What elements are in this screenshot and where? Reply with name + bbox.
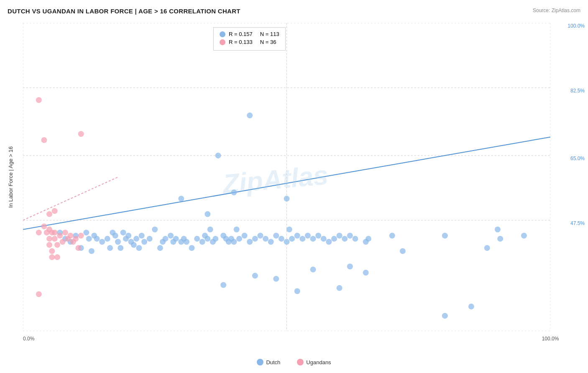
- svg-point-111: [36, 230, 42, 235]
- svg-point-47: [184, 239, 189, 245]
- svg-point-90: [442, 233, 448, 239]
- svg-point-77: [310, 236, 316, 242]
- svg-point-72: [286, 227, 292, 232]
- bottom-legend: Dutch Ugandans: [0, 359, 588, 365]
- svg-point-99: [310, 267, 316, 273]
- svg-point-39: [157, 245, 163, 251]
- svg-point-131: [75, 245, 81, 251]
- svg-point-79: [321, 236, 327, 242]
- svg-point-52: [205, 236, 210, 242]
- svg-point-22: [105, 236, 110, 242]
- svg-point-82: [337, 233, 343, 239]
- svg-point-70: [279, 236, 284, 242]
- svg-point-137: [52, 208, 58, 214]
- svg-point-116: [46, 236, 52, 242]
- svg-point-138: [36, 291, 42, 297]
- svg-point-121: [52, 236, 58, 242]
- dutch-dot: [257, 359, 263, 365]
- svg-point-104: [205, 211, 210, 217]
- svg-point-26: [115, 239, 121, 245]
- svg-point-67: [263, 236, 268, 242]
- dutch-label: Dutch: [266, 359, 280, 365]
- svg-point-49: [194, 236, 200, 242]
- svg-point-93: [497, 236, 503, 242]
- svg-point-97: [273, 276, 279, 282]
- svg-point-126: [62, 230, 68, 235]
- svg-point-37: [147, 236, 153, 242]
- svg-point-68: [268, 239, 274, 245]
- svg-point-38: [152, 227, 158, 232]
- svg-point-48: [189, 245, 195, 251]
- svg-point-42: [168, 233, 174, 239]
- svg-point-28: [120, 230, 126, 235]
- svg-point-134: [41, 137, 47, 143]
- svg-point-124: [57, 233, 63, 239]
- svg-point-20: [94, 236, 100, 242]
- svg-point-130: [73, 236, 79, 242]
- svg-point-94: [521, 233, 527, 239]
- svg-point-44: [173, 236, 179, 242]
- legend-ugandans: Ugandans: [297, 359, 331, 365]
- svg-point-112: [41, 223, 47, 229]
- svg-point-106: [284, 196, 290, 202]
- y-tick-47: 47.5%: [570, 220, 585, 226]
- svg-point-73: [289, 236, 295, 242]
- svg-point-21: [99, 239, 105, 245]
- svg-point-36: [141, 239, 147, 245]
- svg-point-74: [294, 233, 300, 239]
- svg-point-32: [131, 242, 137, 248]
- svg-point-105: [231, 189, 237, 195]
- svg-point-100: [337, 285, 343, 291]
- y-tick-100: 100.0%: [568, 23, 585, 29]
- y-tick-82: 82.5%: [570, 88, 585, 94]
- svg-point-118: [49, 248, 55, 254]
- svg-point-95: [220, 282, 226, 288]
- chart-container: DUTCH VS UGANDAN IN LABOR FORCE | AGE > …: [0, 0, 588, 373]
- svg-point-62: [236, 236, 242, 242]
- svg-point-65: [252, 236, 258, 242]
- legend-dutch: Dutch: [257, 359, 280, 365]
- chart-title: DUTCH VS UGANDAN IN LABOR FORCE | AGE > …: [8, 8, 240, 15]
- x-tick-0: 0.0%: [23, 336, 34, 342]
- svg-point-101: [347, 263, 353, 269]
- svg-point-17: [86, 236, 92, 242]
- svg-point-69: [273, 233, 279, 239]
- svg-point-89: [400, 248, 406, 254]
- svg-point-27: [118, 245, 123, 251]
- svg-point-66: [257, 233, 263, 239]
- svg-point-81: [331, 236, 337, 242]
- x-tick-100: 100.0%: [542, 336, 559, 342]
- svg-point-110: [442, 313, 448, 319]
- svg-point-91: [484, 245, 490, 251]
- svg-point-123: [54, 254, 60, 260]
- svg-point-18: [89, 248, 95, 254]
- svg-point-41: [162, 236, 168, 242]
- svg-point-71: [284, 239, 290, 245]
- svg-point-119: [49, 254, 55, 260]
- svg-point-132: [78, 233, 84, 239]
- svg-point-125: [60, 239, 66, 245]
- svg-point-92: [495, 227, 501, 232]
- svg-point-120: [52, 230, 58, 235]
- svg-point-85: [352, 236, 358, 242]
- svg-line-9: [23, 177, 118, 220]
- ugandans-dot: [297, 359, 304, 365]
- svg-point-16: [83, 230, 89, 235]
- svg-point-23: [107, 245, 113, 251]
- svg-point-87: [366, 236, 371, 242]
- y-axis-label: In Labor Force | Age > 16: [0, 23, 21, 331]
- svg-point-33: [133, 236, 139, 242]
- svg-point-83: [342, 236, 348, 242]
- svg-point-50: [199, 239, 205, 245]
- svg-point-128: [67, 233, 73, 239]
- svg-point-103: [178, 196, 184, 202]
- svg-point-84: [347, 233, 353, 239]
- svg-point-107: [215, 153, 221, 158]
- scatter-plot: ZipAtlas: [23, 23, 550, 331]
- svg-point-102: [363, 270, 369, 276]
- ugandans-label: Ugandans: [306, 359, 331, 365]
- svg-point-35: [139, 233, 145, 239]
- svg-point-64: [247, 239, 253, 245]
- svg-point-133: [36, 97, 42, 103]
- svg-point-136: [46, 211, 52, 217]
